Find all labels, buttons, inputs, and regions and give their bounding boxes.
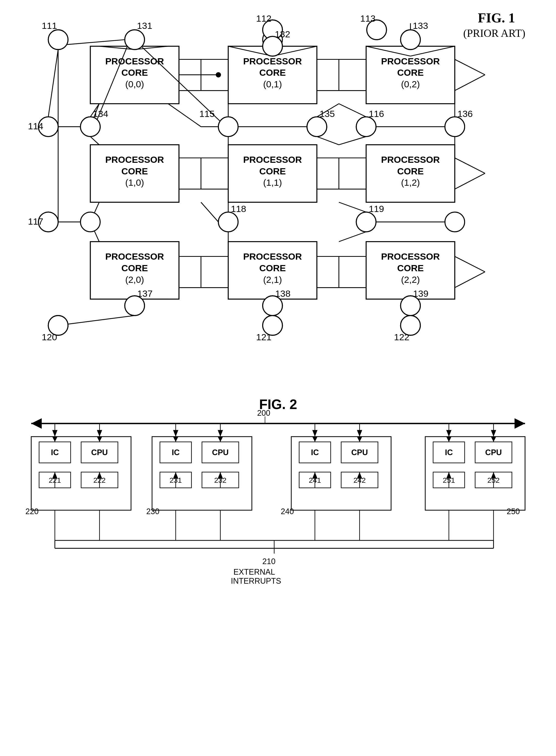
svg-text:CPU: CPU [351, 448, 368, 457]
svg-text:240: 240 [281, 507, 294, 516]
svg-text:(2,1): (2,1) [263, 275, 282, 285]
svg-text:(2,2): (2,2) [401, 275, 420, 285]
svg-text:220: 220 [26, 507, 39, 516]
svg-text:(1,2): (1,2) [401, 177, 420, 188]
svg-text:113: 113 [360, 13, 376, 24]
svg-text:CPU: CPU [212, 448, 229, 457]
svg-text:PROCESSOR: PROCESSOR [381, 251, 440, 262]
svg-line-126 [455, 256, 485, 272]
svg-text:CORE: CORE [259, 67, 286, 78]
svg-line-75 [455, 75, 485, 91]
svg-text:IC: IC [51, 448, 59, 457]
svg-text:CORE: CORE [259, 263, 286, 273]
svg-line-88 [91, 137, 99, 145]
fig2-container: FIG. 2 200 IC CPU 221 222 [15, 386, 541, 747]
fig1-diagram: PROCESSOR CORE (0,0) PROCESSOR CORE (0,1… [15, 10, 541, 358]
svg-text:(2,0): (2,0) [125, 275, 144, 285]
svg-point-159 [356, 117, 376, 137]
fig2-diagram: FIG. 2 200 IC CPU 221 222 [15, 386, 541, 747]
svg-line-106 [455, 173, 485, 189]
svg-text:133: 133 [413, 21, 428, 31]
svg-text:(0,2): (0,2) [401, 79, 420, 90]
svg-text:CORE: CORE [259, 166, 286, 176]
svg-point-160 [445, 117, 465, 137]
svg-marker-211 [97, 430, 102, 437]
svg-text:(0,1): (0,1) [263, 79, 282, 90]
svg-text:131: 131 [137, 21, 152, 31]
svg-point-162 [80, 212, 100, 232]
svg-text:119: 119 [369, 204, 384, 214]
svg-marker-209 [52, 430, 58, 437]
svg-marker-196 [515, 418, 525, 429]
svg-point-149 [48, 30, 68, 50]
svg-text:(0,0): (0,0) [125, 79, 144, 90]
svg-text:139: 139 [413, 288, 428, 299]
svg-line-108 [339, 137, 366, 145]
svg-text:CORE: CORE [121, 263, 148, 273]
svg-text:CPU: CPU [91, 448, 108, 457]
svg-text:115: 115 [199, 109, 215, 119]
svg-text:112: 112 [256, 13, 272, 24]
svg-point-156 [80, 117, 100, 137]
svg-point-163 [218, 212, 238, 232]
svg-text:(1,0): (1,0) [125, 177, 144, 188]
svg-line-124 [339, 232, 366, 242]
svg-point-154 [401, 30, 421, 50]
svg-text:IC: IC [445, 448, 453, 457]
svg-text:PROCESSOR: PROCESSOR [105, 154, 164, 165]
svg-text:PROCESSOR: PROCESSOR [243, 56, 302, 66]
svg-text:PROCESSOR: PROCESSOR [381, 154, 440, 165]
svg-text:134: 134 [93, 109, 108, 119]
svg-line-127 [455, 272, 485, 287]
svg-line-140 [58, 315, 135, 325]
svg-text:116: 116 [369, 109, 384, 119]
svg-point-158 [307, 117, 327, 137]
svg-line-123 [339, 202, 366, 212]
svg-text:PROCESSOR: PROCESSOR [105, 56, 164, 66]
svg-point-164 [356, 212, 376, 232]
svg-text:138: 138 [275, 288, 291, 299]
svg-line-105 [455, 158, 485, 173]
svg-text:PROCESSOR: PROCESSOR [243, 154, 302, 165]
svg-text:122: 122 [394, 332, 410, 342]
svg-line-114 [317, 137, 339, 145]
svg-text:CORE: CORE [397, 166, 424, 176]
svg-text:210: 210 [263, 557, 276, 565]
svg-point-165 [445, 212, 465, 232]
svg-text:117: 117 [28, 216, 43, 227]
svg-text:CORE: CORE [397, 263, 424, 273]
svg-text:PROCESSOR: PROCESSOR [243, 251, 302, 262]
svg-marker-195 [31, 418, 42, 429]
svg-marker-233 [173, 430, 178, 437]
svg-text:120: 120 [42, 332, 57, 342]
svg-text:IC: IC [311, 448, 319, 457]
svg-line-119 [201, 202, 218, 222]
svg-point-157 [218, 117, 238, 137]
svg-text:INTERRUPTS: INTERRUPTS [231, 577, 281, 585]
svg-text:PROCESSOR: PROCESSOR [381, 56, 440, 66]
svg-text:CPU: CPU [485, 448, 502, 457]
svg-text:136: 136 [457, 109, 473, 119]
svg-marker-235 [218, 430, 223, 437]
svg-line-74 [455, 60, 485, 75]
svg-text:CORE: CORE [121, 166, 148, 176]
svg-text:135: 135 [320, 109, 335, 119]
svg-text:(1,1): (1,1) [263, 177, 282, 188]
svg-text:200: 200 [257, 409, 270, 417]
svg-point-63 [216, 72, 221, 77]
fig1-container: FIG. 1 (PRIOR ART) PROCESSOR CORE (0,0) … [15, 10, 541, 358]
svg-marker-257 [312, 430, 317, 437]
svg-line-57 [66, 40, 125, 44]
svg-line-58 [48, 49, 58, 117]
svg-text:PROCESSOR: PROCESSOR [105, 251, 164, 262]
svg-text:121: 121 [256, 332, 272, 342]
svg-text:CORE: CORE [397, 67, 424, 78]
svg-text:CORE: CORE [121, 67, 148, 78]
svg-marker-281 [446, 430, 451, 437]
svg-text:132: 132 [275, 29, 290, 39]
svg-marker-259 [357, 430, 362, 437]
svg-text:230: 230 [146, 507, 160, 516]
svg-text:111: 111 [42, 21, 57, 31]
svg-text:114: 114 [28, 121, 43, 131]
svg-text:137: 137 [137, 288, 153, 299]
